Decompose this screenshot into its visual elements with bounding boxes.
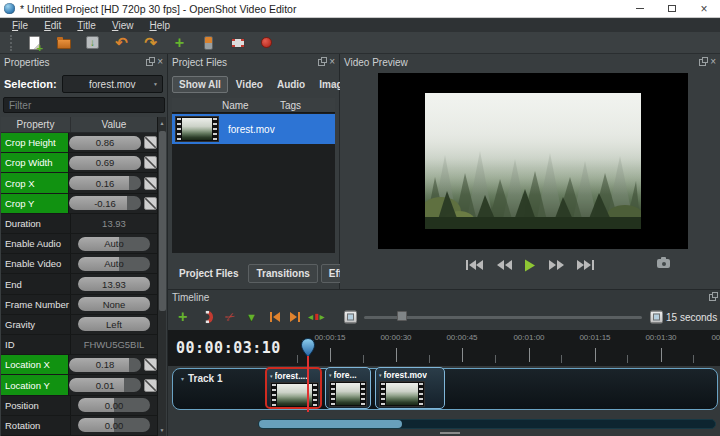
- playhead[interactable]: [301, 338, 315, 412]
- play-button[interactable]: [524, 259, 536, 272]
- menu-item[interactable]: File: [4, 19, 36, 32]
- timeline-clip[interactable]: ▾ forest.mov: [375, 367, 445, 409]
- resize-grip[interactable]: [440, 432, 460, 434]
- keyframe-icon[interactable]: [144, 197, 157, 210]
- zoom-scale-button[interactable]: [650, 311, 663, 324]
- timeline-scrollbar-thumb[interactable]: [259, 420, 402, 428]
- value-slider[interactable]: 0.18: [69, 358, 141, 372]
- menu-item[interactable]: Help: [141, 19, 178, 32]
- playhead-line: [307, 356, 309, 412]
- filter-tab[interactable]: Video: [230, 77, 269, 92]
- rewind-button[interactable]: [496, 259, 512, 271]
- minimize-button[interactable]: [624, 0, 656, 17]
- export-video-button[interactable]: [258, 34, 275, 51]
- properties-scrollbar[interactable]: ▲ ▼: [157, 117, 166, 436]
- float-panel-icon[interactable]: [709, 294, 716, 301]
- timeline-clip[interactable]: ▾ fore...: [325, 367, 371, 409]
- filter-input[interactable]: [3, 97, 165, 113]
- fast-forward-button[interactable]: [548, 259, 564, 271]
- keyframe-icon[interactable]: [144, 156, 157, 169]
- scrollbar-thumb[interactable]: [159, 131, 166, 311]
- keyframe-icon[interactable]: [144, 358, 157, 371]
- property-value-cell: 0.00 0.00: [71, 416, 157, 435]
- center-playhead-button[interactable]: ◂ ▮ ▸: [308, 311, 324, 323]
- jump-to-end-button[interactable]: [576, 259, 594, 271]
- timecode-display[interactable]: 00:00:03:10: [176, 339, 281, 357]
- timeline-scrollbar[interactable]: [258, 419, 716, 429]
- property-name: Frame Number: [1, 295, 71, 314]
- add-track-button[interactable]: +: [178, 310, 187, 324]
- selection-dropdown[interactable]: forest.mov ▼: [62, 75, 163, 93]
- export-video-icon: [261, 37, 272, 48]
- value-slider[interactable]: 0.01: [69, 378, 141, 392]
- value-slider[interactable]: 13.93: [78, 277, 150, 291]
- fullscreen-button[interactable]: [229, 34, 246, 51]
- name-column-header: Name: [172, 98, 280, 112]
- clips-layer: ▾ forest.... ▾ fore...: [168, 367, 720, 411]
- property-value: None: [78, 297, 150, 311]
- new-project-button[interactable]: +: [26, 34, 43, 51]
- property-name: Crop Width: [1, 153, 69, 172]
- value-slider[interactable]: Auto: [78, 237, 150, 251]
- tabs-overflow-icon[interactable]: »: [330, 80, 335, 90]
- keyframe-icon[interactable]: [144, 136, 157, 149]
- value-slider[interactable]: 0.00: [78, 398, 150, 412]
- filter-tab[interactable]: Audio: [271, 77, 311, 92]
- maximize-button[interactable]: [656, 0, 688, 17]
- previous-marker-button[interactable]: [269, 311, 281, 323]
- value-slider[interactable]: Left: [78, 317, 150, 331]
- close-panel-icon[interactable]: ×: [710, 58, 716, 66]
- keyframe-icon[interactable]: [144, 177, 157, 190]
- jump-to-start-button[interactable]: [466, 259, 484, 271]
- value-slider[interactable]: 0.16: [69, 176, 141, 190]
- panel-tab[interactable]: Transitions: [248, 264, 317, 283]
- value-slider[interactable]: 0.00: [78, 418, 150, 432]
- property-row: Gravity Left Left: [1, 315, 157, 335]
- capture-frame-button[interactable]: [657, 259, 670, 268]
- save-project-button[interactable]: ↓: [84, 34, 101, 51]
- float-panel-icon[interactable]: [146, 59, 153, 66]
- scroll-up-icon[interactable]: ▲: [160, 117, 165, 129]
- menu-item[interactable]: Title: [69, 19, 104, 32]
- value-slider[interactable]: -0.16: [69, 196, 141, 210]
- chevron-down-icon[interactable]: ▾: [329, 372, 332, 378]
- next-marker-button[interactable]: [289, 311, 301, 323]
- toolbar-grip[interactable]: [10, 35, 12, 51]
- redo-button[interactable]: ↷: [142, 34, 159, 51]
- keyframe-icon[interactable]: [144, 379, 157, 392]
- menu-item[interactable]: Edit: [36, 19, 69, 32]
- snapping-button[interactable]: [204, 311, 217, 324]
- close-button[interactable]: ×: [688, 0, 720, 17]
- float-panel-icon[interactable]: [318, 59, 325, 66]
- file-row[interactable]: forest.mov: [172, 114, 335, 144]
- filter-tab[interactable]: Show All: [172, 76, 228, 93]
- scroll-down-icon[interactable]: ▼: [160, 424, 165, 436]
- add-marker-button[interactable]: ▼: [246, 311, 257, 323]
- fullscreen-icon: [231, 38, 245, 48]
- import-files-button[interactable]: +: [171, 34, 188, 51]
- close-panel-icon[interactable]: ×: [157, 58, 163, 66]
- value-slider[interactable]: Auto: [78, 257, 150, 271]
- zoom-fit-button[interactable]: [344, 311, 357, 324]
- property-value-cell: 0.69 0.69: [69, 153, 157, 172]
- choose-profile-button[interactable]: [200, 34, 217, 51]
- undo-button[interactable]: ↶: [113, 34, 130, 51]
- property-value: Auto: [78, 257, 150, 271]
- property-value-cell: None None: [71, 295, 157, 314]
- property-name: Duration: [1, 214, 71, 233]
- menu-item[interactable]: View: [104, 19, 142, 32]
- float-panel-icon[interactable]: [699, 59, 706, 66]
- value-slider[interactable]: None: [78, 297, 150, 311]
- property-row: Crop X 0.16 0.16: [1, 173, 157, 193]
- timeline-ruler[interactable]: 00:00:03:10 00:00:15 00:00:30 00:00:45 0…: [168, 330, 720, 366]
- zoom-slider-handle[interactable]: [397, 311, 407, 321]
- panel-tab[interactable]: Project Files: [172, 265, 245, 282]
- close-panel-icon[interactable]: ×: [329, 58, 335, 66]
- razor-button[interactable]: ✂: [225, 310, 235, 324]
- open-project-button[interactable]: [55, 34, 72, 51]
- value-slider[interactable]: 0.86: [69, 136, 141, 150]
- chevron-down-icon[interactable]: ▾: [379, 372, 382, 378]
- chevron-down-icon[interactable]: ▾: [270, 373, 273, 379]
- property-row: Rotation 0.00 0.00: [1, 416, 157, 436]
- value-slider[interactable]: 0.69: [69, 156, 141, 170]
